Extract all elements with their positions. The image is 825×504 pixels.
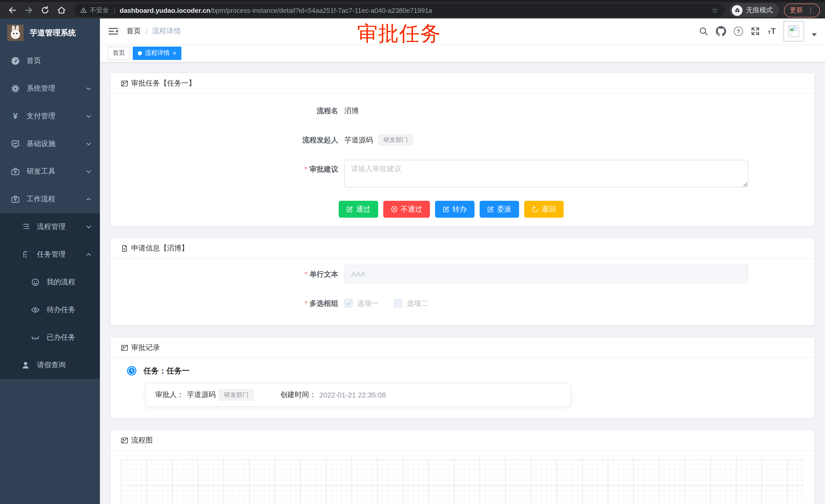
- sidebar-item-my-process[interactable]: 我的流程: [0, 268, 100, 296]
- sidebar-item-leave-query[interactable]: 请假查询: [0, 351, 100, 379]
- return-button[interactable]: 退回: [524, 201, 564, 218]
- tab-home[interactable]: 首页: [107, 47, 130, 60]
- active-tab-dot: [138, 51, 142, 55]
- transfer-button[interactable]: 转办: [435, 201, 474, 218]
- sidebar-item-label: 首页: [27, 56, 100, 66]
- robot-face-icon: [31, 278, 40, 287]
- sidebar-item-process-mgmt[interactable]: 流程管理: [0, 213, 100, 241]
- apply-info-card: 申请信息【滔博】 *单行文本 *多选框组 选项一: [110, 238, 815, 326]
- approve-button[interactable]: 通过: [339, 201, 378, 218]
- chevron-up-icon: [86, 251, 92, 258]
- process-name-label: 流程名: [121, 101, 344, 120]
- sidebar-menu: 首页 系统管理 ¥ 支付管理 基础设施: [0, 47, 100, 504]
- circle-close-icon: [391, 206, 398, 213]
- button-label: 转办: [452, 204, 467, 214]
- url-bar[interactable]: 不安全 dashboard.yudao.iocoder.cn/bpm/proce…: [74, 4, 725, 17]
- user-icon: [21, 360, 30, 370]
- search-icon[interactable]: [699, 27, 708, 36]
- approval-actions: 通过 不通过 转办 委: [339, 198, 804, 218]
- checkbox-option-2: 选项二: [394, 294, 428, 313]
- document-icon: [121, 245, 128, 252]
- sidebar-item-done-tasks[interactable]: 已办任务: [0, 324, 100, 351]
- card-title: 申请信息【滔博】: [131, 244, 189, 253]
- sidebar-item-devtools[interactable]: 研发工具: [0, 158, 100, 185]
- card-header: 审批任务【任务一】: [111, 73, 814, 94]
- create-time-value: 2022-01-21 22:35:08: [319, 391, 386, 399]
- browser-update-button[interactable]: 更新 ⋮: [784, 3, 820, 17]
- chevron-down-icon: [86, 169, 92, 175]
- app-logo-row[interactable]: 芋道管理系统: [0, 18, 100, 47]
- incognito-badge: 无痕模式: [730, 3, 779, 17]
- suggestion-textarea[interactable]: [344, 160, 748, 187]
- edit-icon: [347, 206, 353, 213]
- record-detail-card: 审批人： 芋道源码 研发部门 创建时间： 2022-01-21 22:35:08: [146, 383, 571, 407]
- home-icon[interactable]: [54, 3, 69, 17]
- security-label: 不安全: [90, 6, 109, 15]
- sidebar-item-label: 待办任务: [47, 305, 100, 315]
- sidebar-item-home[interactable]: 首页: [0, 47, 100, 75]
- task-title: 任务：任务一: [144, 366, 190, 376]
- toolbox-icon: [11, 167, 20, 176]
- breadcrumb: 首页 / 流程详情: [127, 27, 181, 36]
- timeline-item: 任务：任务一: [127, 366, 804, 376]
- process-list-icon: [21, 222, 30, 232]
- broken-image-icon: [121, 437, 128, 444]
- approver-label: 审批人：: [155, 390, 184, 400]
- font-small-glyph: T: [768, 30, 771, 35]
- avatar-dropdown-caret[interactable]: [812, 33, 817, 36]
- github-icon[interactable]: [716, 26, 726, 36]
- page-content: 审批任务【任务一】 流程名 滔博 流程发起人 芋道源码 研发部门: [100, 63, 825, 504]
- tab-close-icon[interactable]: ×: [173, 50, 176, 56]
- url-text: dashboard.yudao.iocoder.cn/bpm/process-i…: [120, 6, 707, 14]
- card-header: 申请信息【滔博】: [111, 238, 814, 259]
- gear-icon: [11, 84, 20, 93]
- delegate-button[interactable]: 委派: [479, 201, 519, 218]
- sidebar-item-workflow[interactable]: 工作流程: [0, 185, 100, 213]
- eye-open-icon: [31, 305, 40, 315]
- fullscreen-icon[interactable]: [751, 27, 760, 36]
- omnibox-divider: [114, 7, 115, 14]
- card-header: 审批记录: [111, 338, 814, 358]
- avatar[interactable]: [783, 21, 804, 41]
- app-title: 芋道管理系统: [30, 28, 76, 37]
- screen: 不安全 dashboard.yudao.iocoder.cn/bpm/proce…: [0, 0, 825, 504]
- breadcrumb-current: 流程详情: [152, 27, 181, 36]
- help-icon[interactable]: ?: [734, 27, 743, 36]
- sidebar-item-todo-tasks[interactable]: 待办任务: [0, 296, 100, 324]
- checkbox-group-row: *多选框组 选项一 选项二: [121, 294, 804, 313]
- suggestion-label: *审批建议: [121, 160, 344, 178]
- checkbox-option-1: 选项一: [344, 294, 379, 313]
- sidebar-item-label: 我的流程: [47, 278, 100, 287]
- breadcrumb-separator: /: [146, 27, 148, 35]
- top-navbar: 首页 / 流程详情 ? TT: [100, 18, 825, 44]
- sidebar: 芋道管理系统 首页 系统管理 ¥ 支付管理: [0, 18, 100, 504]
- approver-value: 芋道源码: [187, 390, 216, 400]
- security-indicator[interactable]: 不安全: [80, 6, 109, 15]
- chevron-down-icon: [86, 224, 92, 230]
- clock-icon: [127, 366, 137, 376]
- forward-icon[interactable]: [21, 3, 36, 17]
- reject-button[interactable]: 不通过: [383, 201, 430, 218]
- sidebar-item-system[interactable]: 系统管理: [0, 75, 100, 102]
- back-icon[interactable]: [5, 3, 19, 17]
- sidebar-item-label: 流程管理: [37, 222, 86, 232]
- single-text-input: [344, 265, 748, 283]
- initiator-label: 流程发起人: [121, 131, 344, 149]
- bpmn-canvas[interactable]: [121, 459, 804, 504]
- font-large-glyph: T: [771, 27, 776, 35]
- sidebar-item-task-mgmt[interactable]: 任务管理: [0, 241, 100, 268]
- flow-chart-card: 流程图: [110, 430, 815, 504]
- reload-icon[interactable]: [38, 3, 52, 17]
- button-label: 委派: [497, 204, 511, 214]
- breadcrumb-home[interactable]: 首页: [127, 27, 141, 36]
- card-title: 审批任务【任务一】: [131, 79, 196, 88]
- checkbox-checked-icon: [344, 299, 353, 307]
- sidebar-collapse-icon[interactable]: [108, 26, 119, 36]
- font-size-icon[interactable]: TT: [768, 27, 776, 35]
- sidebar-item-infrastructure[interactable]: 基础设施: [0, 130, 100, 158]
- bookmark-star-icon[interactable]: ☆: [711, 6, 719, 15]
- browser-menu-icon[interactable]: ⋮: [807, 7, 814, 14]
- sidebar-item-payment[interactable]: ¥ 支付管理: [0, 102, 100, 130]
- card-header: 流程图: [111, 430, 814, 451]
- tab-process-detail[interactable]: 流程详情 ×: [133, 47, 181, 60]
